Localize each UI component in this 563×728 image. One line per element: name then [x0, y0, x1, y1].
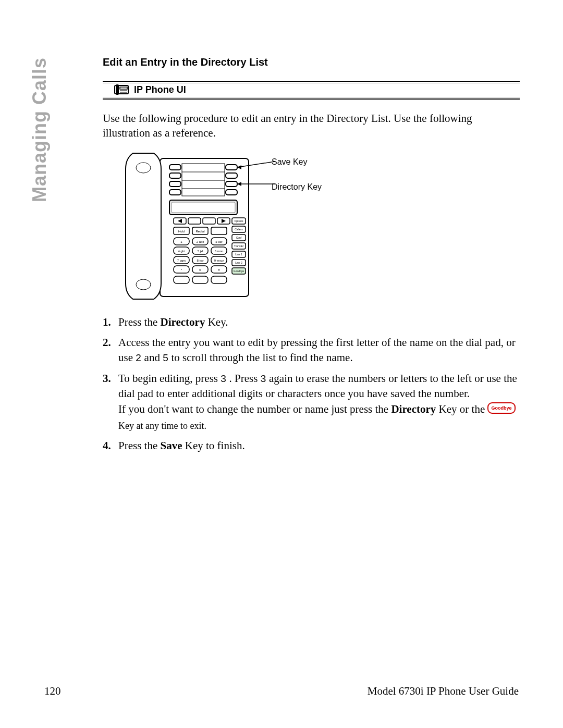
- svg-text:Transfer: Transfer: [234, 244, 244, 248]
- svg-rect-10: [169, 181, 181, 187]
- svg-text:Goodbye: Goodbye: [492, 405, 512, 411]
- guide-title: Model 6730i IP Phone User Guide: [368, 685, 519, 698]
- svg-rect-58: [192, 276, 208, 283]
- step-2: 2. Access the entry you want to edit by …: [103, 335, 520, 366]
- svg-rect-57: [174, 276, 189, 283]
- content-area: Edit an Entry in the Directory List IP P…: [103, 56, 520, 459]
- goodbye-key-icon: Goodbye: [487, 402, 516, 418]
- intro-paragraph: Use the following procedure to edit an e…: [103, 111, 520, 141]
- phone-illustration: Hold Redial 12 abc3 def 4 ghi5 jkl6 mno …: [124, 148, 520, 304]
- svg-text:Goodbye: Goodbye: [234, 269, 244, 273]
- svg-text:Redial: Redial: [195, 230, 204, 233]
- svg-text:7 pqrs: 7 pqrs: [177, 259, 186, 262]
- svg-rect-59: [211, 276, 227, 283]
- svg-rect-15: [226, 190, 237, 195]
- page-footer: 120 Model 6730i IP Phone User Guide: [44, 685, 519, 698]
- svg-text:Callers: Callers: [235, 228, 243, 231]
- page-number: 120: [44, 685, 61, 698]
- subheading-text: IP Phone UI: [134, 84, 186, 95]
- svg-text:5 jkl: 5 jkl: [198, 250, 203, 253]
- svg-text:8 tuv: 8 tuv: [197, 259, 203, 262]
- side-tab-text: Managing Calls: [29, 57, 50, 202]
- svg-rect-12: [226, 165, 237, 170]
- svg-rect-24: [203, 218, 215, 224]
- svg-rect-1: [116, 84, 119, 95]
- page: Managing Calls Edit an Entry in the Dire…: [0, 0, 563, 728]
- section-heading: Edit an Entry in the Directory List: [103, 56, 520, 68]
- svg-rect-13: [226, 173, 237, 178]
- svg-rect-14: [226, 181, 237, 187]
- svg-rect-2: [120, 87, 127, 89]
- svg-rect-11: [169, 190, 181, 195]
- svg-rect-21: [172, 202, 235, 213]
- callout-directory-key: Directory Key: [272, 182, 322, 192]
- subheading-bar: IP Phone UI: [103, 81, 520, 100]
- step-1: 1. Press the Directory Key.: [103, 315, 520, 330]
- svg-text:Line 1: Line 1: [235, 253, 242, 256]
- svg-rect-16: [182, 164, 225, 196]
- svg-text:4 ghi: 4 ghi: [178, 250, 185, 253]
- svg-text:Conf: Conf: [236, 236, 242, 239]
- svg-text:Line 2: Line 2: [235, 261, 242, 264]
- svg-rect-8: [169, 165, 181, 170]
- svg-text:Hold: Hold: [178, 230, 185, 233]
- svg-text:3 def: 3 def: [215, 240, 223, 243]
- step-4: 4. Press the Save Key to finish.: [103, 438, 520, 453]
- callout-save-key: Save Key: [272, 157, 322, 167]
- svg-rect-9: [169, 173, 181, 178]
- step-3: 3. To begin editing, press 3 . Press 3 a…: [103, 371, 520, 434]
- svg-text:2 abc: 2 abc: [197, 240, 204, 243]
- svg-rect-30: [211, 227, 227, 235]
- svg-rect-23: [188, 218, 201, 224]
- svg-text:Options: Options: [234, 219, 243, 223]
- svg-text:9 wxyz: 9 wxyz: [214, 259, 224, 262]
- side-tab: Managing Calls: [29, 57, 51, 202]
- procedure-steps: 1. Press the Directory Key. 2. Access th…: [103, 315, 520, 454]
- svg-text:6 mno: 6 mno: [215, 250, 224, 253]
- phone-diagram: Hold Redial 12 abc3 def 4 ghi5 jkl6 mno …: [124, 148, 275, 304]
- phone-ui-icon: [114, 84, 129, 95]
